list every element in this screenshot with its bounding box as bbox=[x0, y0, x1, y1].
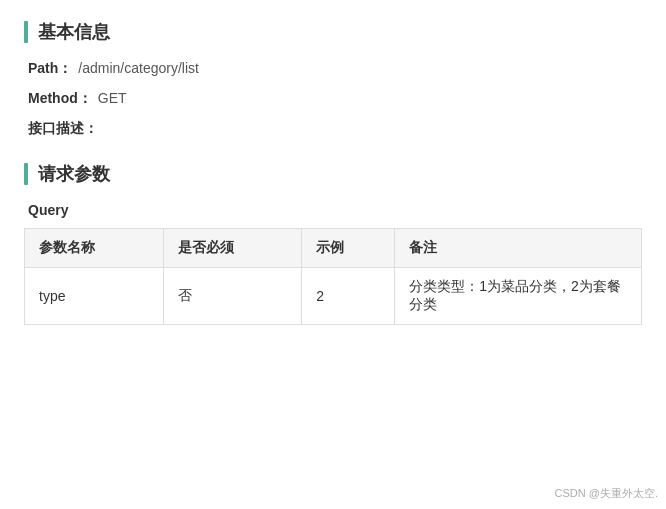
method-value: GET bbox=[98, 90, 127, 106]
cell-example: 2 bbox=[302, 268, 395, 325]
table-row: type否2分类类型：1为菜品分类，2为套餐分类 bbox=[25, 268, 642, 325]
request-params-title-text: 请求参数 bbox=[38, 162, 110, 186]
params-table: 参数名称 是否必须 示例 备注 type否2分类类型：1为菜品分类，2为套餐分类 bbox=[24, 228, 642, 325]
query-label: Query bbox=[24, 202, 642, 218]
path-row: Path： /admin/category/list bbox=[24, 60, 642, 78]
desc-label: 接口描述： bbox=[28, 120, 98, 138]
col-header-example: 示例 bbox=[302, 229, 395, 268]
request-params-title: 请求参数 bbox=[24, 162, 642, 186]
cell-param-name: type bbox=[25, 268, 164, 325]
table-header-row: 参数名称 是否必须 示例 备注 bbox=[25, 229, 642, 268]
col-header-name: 参数名称 bbox=[25, 229, 164, 268]
watermark: CSDN @失重外太空. bbox=[555, 486, 658, 501]
title-accent-bar bbox=[24, 21, 28, 43]
method-row: Method： GET bbox=[24, 90, 642, 108]
title-accent-bar-2 bbox=[24, 163, 28, 185]
basic-info-title: 基本信息 bbox=[24, 20, 642, 44]
cell-remark: 分类类型：1为菜品分类，2为套餐分类 bbox=[395, 268, 642, 325]
basic-info-title-text: 基本信息 bbox=[38, 20, 110, 44]
cell-required: 否 bbox=[163, 268, 302, 325]
path-value: /admin/category/list bbox=[78, 60, 199, 76]
basic-info-section: 基本信息 Path： /admin/category/list Method： … bbox=[24, 20, 642, 138]
col-header-remark: 备注 bbox=[395, 229, 642, 268]
desc-row: 接口描述： bbox=[24, 120, 642, 138]
method-label: Method： bbox=[28, 90, 92, 108]
path-label: Path： bbox=[28, 60, 72, 78]
col-header-required: 是否必须 bbox=[163, 229, 302, 268]
request-params-section: 请求参数 Query 参数名称 是否必须 示例 备注 type否2分类类型：1为… bbox=[24, 162, 642, 325]
